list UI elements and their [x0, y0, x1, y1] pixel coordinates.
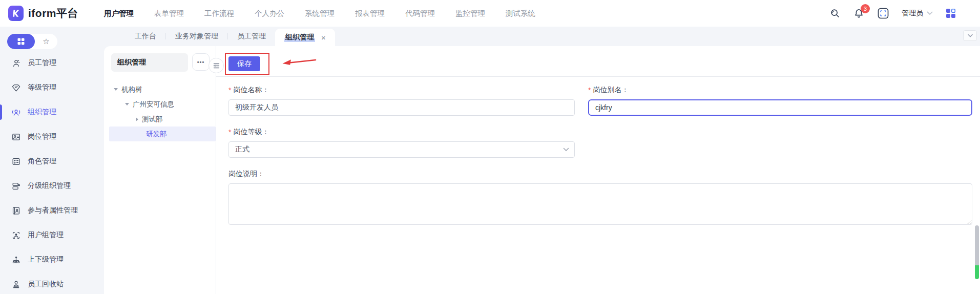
post-desc-label: 岗位说明：: [228, 170, 264, 179]
nav-item-user-mgmt[interactable]: 用户管理: [104, 9, 134, 18]
post-name-label: 岗位名称：: [233, 86, 269, 95]
top-bar-actions: 3 管理员: [829, 7, 980, 19]
post-alias-field: * 岗位别名：: [588, 86, 972, 116]
grid-view-icon[interactable]: [7, 34, 35, 49]
superior-icon: [11, 255, 21, 265]
post-level-label: 岗位等级：: [233, 128, 269, 137]
nav-item-personal-office[interactable]: 个人办公: [255, 9, 284, 18]
required-mark: *: [228, 128, 231, 136]
post-alias-input[interactable]: [588, 99, 972, 116]
tree-node-rd-dept[interactable]: 研发部: [109, 127, 216, 141]
user-menu[interactable]: 管理员: [902, 9, 933, 18]
sidebar-menu: 员工管理 等级管理 组织管理: [0, 51, 104, 294]
annotation-arrow-icon: [282, 58, 317, 66]
required-mark: *: [228, 86, 231, 94]
sidebar-item-participant-attr-mgmt[interactable]: 参与者属性管理: [0, 198, 104, 223]
tab-bar: 工作台 业务对象管理 员工管理 组织管理 ×: [104, 27, 980, 46]
caret-down-icon[interactable]: [125, 103, 129, 106]
main-area: ☆ 员工管理 等级管理: [0, 27, 980, 294]
active-indicator: [0, 104, 2, 120]
nav-item-monitor-mgmt[interactable]: 监控管理: [455, 9, 485, 18]
nav-item-test-system[interactable]: 测试系统: [506, 9, 535, 18]
post-level-select[interactable]: [228, 141, 575, 158]
caret-down-icon[interactable]: [114, 88, 118, 91]
post-name-input[interactable]: [228, 99, 575, 116]
collapse-icon: [213, 62, 220, 69]
fullscreen-icon[interactable]: [877, 7, 889, 19]
top-nav: 用户管理 表单管理 工作流程 个人办公 系统管理 报表管理 代码管理 监控管理 …: [104, 9, 535, 18]
collapse-panel-button[interactable]: [208, 58, 224, 73]
org-tree-panel: 组织管理 ••• 机构树 广州安可信息: [104, 46, 216, 294]
sidebar-item-grade-mgmt[interactable]: 等级管理: [0, 75, 104, 100]
apps-grid-icon[interactable]: [945, 8, 956, 19]
nav-item-system-mgmt[interactable]: 系统管理: [305, 9, 335, 18]
sidebar-item-post-mgmt[interactable]: 岗位管理: [0, 124, 104, 149]
user-name: 管理员: [902, 9, 923, 18]
content-area: 工作台 业务对象管理 员工管理 组织管理 × 组织管理 •••: [104, 27, 980, 294]
hierarchy-org-icon: [11, 181, 21, 191]
form-body: * 岗位名称： * 岗位别名：: [216, 77, 980, 239]
required-mark: *: [588, 86, 591, 94]
sidebar-item-label: 角色管理: [28, 157, 56, 166]
tab-workbench[interactable]: 工作台: [126, 27, 165, 46]
post-name-field: * 岗位名称：: [228, 86, 575, 116]
sidebar-item-superior-subordinate-mgmt[interactable]: 上下级管理: [0, 247, 104, 272]
tree-node-label: 测试部: [142, 115, 163, 124]
sidebar-item-hierarchy-org-mgmt[interactable]: 分级组织管理: [0, 174, 104, 198]
participant-icon: [11, 206, 21, 216]
sidebar-item-role-mgmt[interactable]: 角色管理: [0, 149, 104, 174]
post-desc-field: 岗位说明：: [228, 170, 972, 227]
more-icon: •••: [197, 59, 205, 65]
sidebar-item-label: 组织管理: [28, 108, 56, 117]
app-logo[interactable]: iform平台: [8, 6, 78, 21]
post-desc-textarea[interactable]: [228, 183, 972, 225]
post-level-field: * 岗位等级：: [228, 128, 575, 158]
form-toolbar: 保存: [216, 46, 980, 77]
more-actions-button[interactable]: •••: [192, 53, 210, 71]
scrollbar-thumb[interactable]: [975, 225, 979, 265]
tree-node-company[interactable]: 广州安可信息: [111, 97, 210, 112]
recycle-icon: [11, 280, 21, 289]
tree-panel-header: 组织管理 •••: [111, 53, 210, 72]
sidebar-item-employee-recycle-bin[interactable]: 员工回收站: [0, 272, 104, 294]
sidebar-view-toggle: ☆: [7, 34, 57, 49]
sidebar-item-label: 岗位管理: [28, 132, 56, 141]
tree-node-test-dept[interactable]: 测试部: [111, 112, 210, 127]
nav-item-report-mgmt[interactable]: 报表管理: [355, 9, 385, 18]
sidebar: ☆ 员工管理 等级管理: [0, 27, 104, 294]
search-icon[interactable]: [829, 8, 841, 19]
close-icon[interactable]: ×: [321, 33, 326, 42]
sidebar-item-label: 参与者属性管理: [28, 206, 78, 215]
tab-employee-mgmt[interactable]: 员工管理: [228, 27, 275, 46]
save-button[interactable]: 保存: [228, 56, 260, 71]
sidebar-item-label: 分级组织管理: [28, 181, 71, 191]
sidebar-item-label: 等级管理: [28, 83, 56, 92]
star-icon[interactable]: ☆: [35, 37, 57, 46]
sidebar-item-org-mgmt[interactable]: 组织管理: [0, 100, 104, 124]
scrollbar-green-segment: [975, 265, 979, 279]
chevron-down-icon: [968, 34, 973, 37]
chevron-down-icon: [927, 11, 933, 15]
tree-node-label: 机构树: [121, 85, 142, 94]
tree-node-label: 广州安可信息: [133, 100, 174, 109]
nav-item-form-mgmt[interactable]: 表单管理: [154, 9, 184, 18]
nav-item-code-mgmt[interactable]: 代码管理: [405, 9, 435, 18]
nav-item-workflow[interactable]: 工作流程: [204, 9, 234, 18]
caret-right-icon[interactable]: [136, 117, 138, 121]
sidebar-item-user-group-mgmt[interactable]: 用户组管理: [0, 223, 104, 247]
logo-icon: [8, 6, 24, 21]
post-alias-label: 岗位别名：: [593, 86, 629, 95]
tree-node-root[interactable]: 机构树: [111, 82, 210, 97]
tab-business-object-mgmt[interactable]: 业务对象管理: [166, 27, 227, 46]
notification-badge: 3: [861, 4, 870, 13]
post-level-value[interactable]: [228, 141, 575, 158]
top-bar: iform平台 用户管理 表单管理 工作流程 个人办公 系统管理 报表管理 代码…: [0, 0, 980, 27]
user-group-icon: [11, 230, 21, 240]
sidebar-item-label: 上下级管理: [28, 255, 64, 264]
notification-bell-icon[interactable]: 3: [853, 8, 865, 19]
sidebar-item-employee-mgmt[interactable]: 员工管理: [0, 51, 104, 75]
tab-org-mgmt[interactable]: 组织管理 ×: [275, 29, 335, 46]
chevron-down-icon: [563, 148, 569, 152]
sidebar-item-label: 员工回收站: [28, 280, 64, 289]
tab-overflow-button[interactable]: [963, 30, 977, 41]
